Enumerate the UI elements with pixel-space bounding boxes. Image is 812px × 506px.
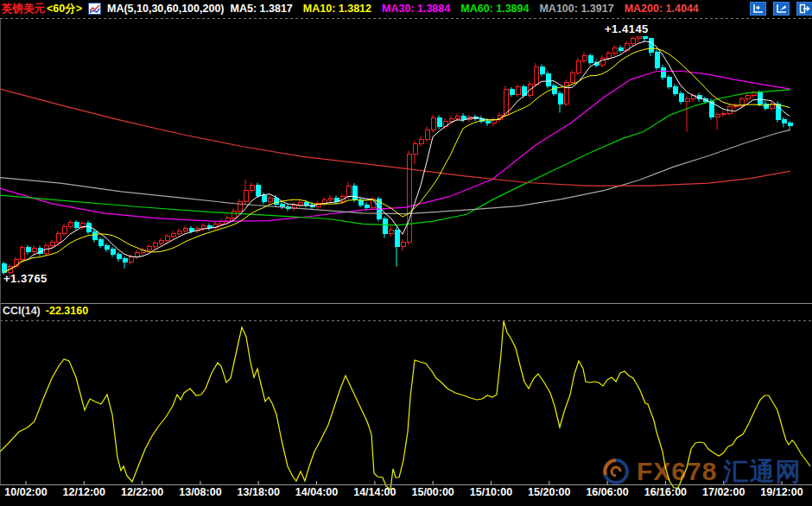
pan-right-icon[interactable] xyxy=(796,2,812,16)
time-axis-label: 12/22:00 xyxy=(121,486,163,498)
candle-body xyxy=(165,236,169,240)
candle-body xyxy=(207,226,212,228)
trading-chart-window: FX678 汇通网 英镑美元 <60分> MA(5,10,30,60,100,2… xyxy=(0,0,812,506)
ma-value-chip: MA100: 1.3917 xyxy=(539,3,613,15)
candle-body xyxy=(201,226,206,229)
candle-body xyxy=(504,90,508,115)
candle-body xyxy=(346,186,351,197)
candle-body xyxy=(637,37,641,38)
time-axis-label: 14/14:00 xyxy=(353,486,396,498)
ma-value-chip: MA5: 1.3817 xyxy=(231,3,293,15)
candle-body xyxy=(413,144,417,155)
main-chart-canvas[interactable] xyxy=(0,0,812,506)
candle-body xyxy=(401,243,405,247)
candle-body xyxy=(56,233,60,242)
candle-body xyxy=(352,186,357,199)
candle-body xyxy=(238,202,242,212)
ma30-line xyxy=(0,72,790,222)
time-compress-icon[interactable] xyxy=(750,2,766,16)
candle-body xyxy=(171,233,175,236)
candle-body xyxy=(788,123,792,125)
candle-body xyxy=(304,202,308,205)
candle-body xyxy=(643,37,647,39)
candle-body xyxy=(111,250,115,255)
cci-label: CCI(14) xyxy=(3,305,41,317)
time-expand-icon[interactable] xyxy=(773,2,790,16)
candle-body xyxy=(782,120,786,123)
candle-body xyxy=(649,39,653,52)
candle-body xyxy=(117,255,121,259)
ma-value-chip: MA200: 1.4044 xyxy=(625,3,699,15)
time-axis-label: 13/08:00 xyxy=(179,486,221,498)
time-axis: 10/02:0012/12:0012/22:0013/08:0013/18:00… xyxy=(0,486,812,503)
candle-body xyxy=(588,56,593,62)
candle-body xyxy=(74,223,79,228)
candle-body xyxy=(576,60,580,73)
candle-body xyxy=(546,73,550,85)
cci-value: -22.3160 xyxy=(46,305,88,317)
time-axis-label: 17/02:00 xyxy=(702,486,745,498)
period-label: <60分> xyxy=(47,2,82,16)
candle-body xyxy=(280,205,284,207)
candle-body xyxy=(745,96,750,99)
time-axis-label: 16/16:00 xyxy=(644,486,687,498)
candle-body xyxy=(431,117,435,130)
candle-body xyxy=(232,212,236,218)
candle-body xyxy=(256,185,260,195)
candle-body xyxy=(383,218,387,233)
candle-body xyxy=(437,117,441,126)
candle-body xyxy=(673,86,677,93)
candlestick-chart-icon xyxy=(88,3,101,15)
candle-body xyxy=(455,116,460,118)
candle-body xyxy=(50,243,54,246)
time-axis-label: 14/04:00 xyxy=(295,486,338,498)
candle-body xyxy=(365,205,369,207)
candle-body xyxy=(685,99,689,102)
candle-body xyxy=(105,245,109,249)
candle-body xyxy=(250,185,254,190)
candle-body xyxy=(510,90,514,94)
candle-body xyxy=(631,38,635,43)
candle-body xyxy=(268,198,272,201)
candle-body xyxy=(395,230,399,247)
candle-body xyxy=(540,66,544,73)
cci-indicator-header: CCI(14)-22.3160 xyxy=(3,305,88,317)
high-price-marker: +1.4145 xyxy=(605,22,649,35)
candle-body xyxy=(389,230,393,233)
candle-body xyxy=(619,47,623,50)
time-axis-label: 15/20:00 xyxy=(528,486,570,498)
time-axis-label: 12/12:00 xyxy=(63,486,105,498)
ma-value-chip: MA60: 1.3894 xyxy=(460,3,529,15)
candle-body xyxy=(92,231,97,240)
candle-body xyxy=(679,93,683,102)
candle-body xyxy=(159,241,163,244)
chart-header: 英镑美元 <60分> MA(5,10,30,60,100,200) MA5: 1… xyxy=(0,0,812,17)
candle-body xyxy=(32,248,36,251)
candle-body xyxy=(244,190,248,201)
candle-body xyxy=(62,226,67,233)
candle-body xyxy=(449,118,454,121)
candle-body xyxy=(183,229,187,231)
candle-body xyxy=(612,47,617,54)
candle-body xyxy=(419,139,423,143)
candle-body xyxy=(407,154,411,242)
candle-body xyxy=(262,195,266,201)
candle-body xyxy=(570,73,574,82)
candle-body xyxy=(189,229,193,231)
ma200-line xyxy=(0,89,790,186)
candle-body xyxy=(20,248,24,260)
candle-body xyxy=(558,93,562,104)
candle-body xyxy=(177,231,181,233)
candle-body xyxy=(298,202,302,205)
low-price-marker: +1.3765 xyxy=(3,272,48,285)
time-axis-label: 15/10:00 xyxy=(470,486,512,498)
ma60-line xyxy=(0,90,790,225)
ma100-line xyxy=(0,130,790,213)
ma-values: MA5: 1.3817MA10: 1.3812MA30: 1.3884MA60:… xyxy=(231,3,699,15)
candle-body xyxy=(485,121,490,123)
candle-body xyxy=(661,67,665,78)
candle-body xyxy=(655,52,659,67)
time-axis-label: 15/00:00 xyxy=(411,486,454,498)
candle-body xyxy=(752,93,756,96)
cci-line xyxy=(0,321,810,490)
